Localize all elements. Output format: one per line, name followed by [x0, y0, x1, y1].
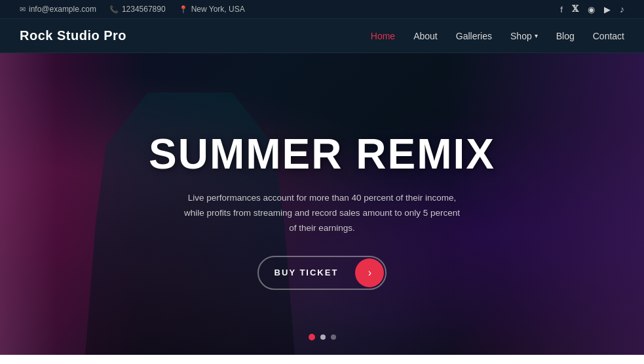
nav-link-contact[interactable]: Contact — [593, 31, 624, 41]
email-icon: ✉ — [20, 5, 26, 14]
nav-item-blog[interactable]: Blog — [556, 30, 575, 42]
youtube-icon[interactable]: ▶ — [604, 5, 611, 14]
nav-link-galleries[interactable]: Galleries — [456, 31, 492, 41]
social-links: f 𝕏 ◉ ▶ ♪ — [560, 4, 624, 14]
slide-dot-3[interactable] — [331, 334, 336, 340]
nav-link-blog[interactable]: Blog — [556, 31, 575, 41]
phone-icon: 📞 — [109, 5, 119, 14]
brand-logo[interactable]: Rock Studio Pro — [20, 28, 126, 43]
slideshow-dots — [309, 334, 336, 340]
nav-links: Home About Galleries Shop ▾ Blog Contact — [371, 30, 624, 42]
nav-link-shop[interactable]: Shop — [510, 31, 532, 41]
nav-link-about[interactable]: About — [413, 31, 438, 41]
hero-title: SUMMER REMIX — [149, 131, 495, 177]
hero-subtitle: Live performances account for more than … — [181, 191, 463, 236]
instagram-icon[interactable]: ◉ — [588, 5, 595, 14]
nav-item-shop[interactable]: Shop ▾ — [510, 31, 538, 41]
buy-ticket-label: BUY TICKET — [259, 260, 354, 285]
hero-content: SUMMER REMIX Live performances account f… — [0, 66, 644, 355]
facebook-icon[interactable]: f — [560, 5, 563, 14]
nav-item-contact[interactable]: Contact — [593, 30, 624, 42]
nav-link-home[interactable]: Home — [371, 31, 395, 41]
tiktok-icon[interactable]: ♪ — [620, 4, 624, 14]
navbar: Rock Studio Pro Home About Galleries Sho… — [0, 19, 644, 53]
top-bar: ✉ info@example.com 📞 1234567890 📍 New Yo… — [0, 0, 644, 19]
phone-text: 1234567890 — [122, 5, 166, 14]
twitter-icon[interactable]: 𝕏 — [572, 4, 578, 14]
buy-ticket-arrow-icon: › — [355, 258, 384, 287]
nav-item-home[interactable]: Home — [371, 30, 395, 42]
email-info: ✉ info@example.com — [20, 5, 96, 14]
slide-dot-1[interactable] — [309, 334, 315, 340]
email-text: info@example.com — [29, 5, 96, 14]
hero-section: SUMMER REMIX Live performances account f… — [0, 53, 644, 355]
location-text: New York, USA — [191, 5, 245, 14]
phone-info: 📞 1234567890 — [109, 5, 166, 14]
location-info: 📍 New York, USA — [179, 5, 245, 14]
nav-item-galleries[interactable]: Galleries — [456, 30, 492, 42]
location-icon: 📍 — [179, 5, 188, 14]
shop-dropdown-arrow: ▾ — [535, 32, 538, 39]
top-bar-left: ✉ info@example.com 📞 1234567890 📍 New Yo… — [20, 5, 245, 14]
buy-ticket-button[interactable]: BUY TICKET › — [257, 256, 387, 290]
slide-dot-2[interactable] — [320, 334, 326, 340]
nav-item-about[interactable]: About — [413, 30, 438, 42]
